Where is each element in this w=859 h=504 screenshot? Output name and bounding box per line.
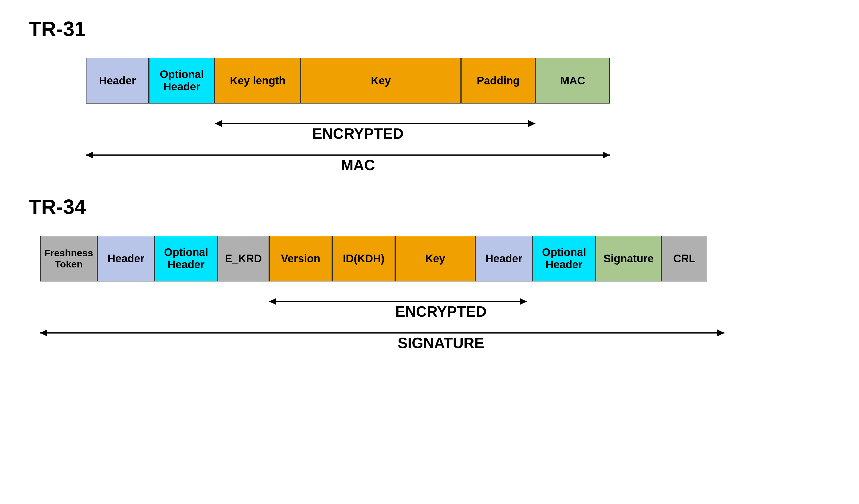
tr31-block-header: Header	[86, 58, 149, 104]
tr31-diagram: Header OptionalHeader Key length Key Pad…	[86, 58, 630, 172]
tr34-block-header2: Header	[475, 236, 532, 282]
tr31-title: TR-31	[29, 17, 830, 41]
tr34-block-optional-header: OptionalHeader	[155, 236, 217, 282]
tr31-block-mac: MAC	[536, 58, 610, 104]
tr34-block-freshness-token: FreshnessToken	[40, 236, 97, 282]
tr31-encrypted-label: ENCRYPTED	[86, 125, 630, 142]
tr31-block-key-length: Key length	[215, 58, 301, 104]
tr31-block-optional-header: OptionalHeader	[149, 58, 215, 104]
main-container: TR-31 Header OptionalHeader Key length K…	[0, 0, 859, 504]
tr34-signature-arrow-container: SIGNATURE	[40, 321, 842, 350]
tr34-blocks-row: FreshnessToken Header OptionalHeader E_K…	[40, 236, 842, 282]
tr34-signature-label: SIGNATURE	[40, 334, 842, 351]
tr31-block-padding: Padding	[461, 58, 536, 104]
tr34-title: TR-34	[29, 195, 830, 219]
tr34-block-crl: CRL	[661, 236, 707, 282]
tr34-diagram: FreshnessToken Header OptionalHeader E_K…	[40, 236, 842, 350]
tr34-block-idkdh: ID(KDH)	[332, 236, 395, 282]
tr34-block-version: Version	[269, 236, 332, 282]
tr31-blocks-row: Header OptionalHeader Key length Key Pad…	[86, 58, 630, 104]
tr31-mac-arrow-container: MAC	[86, 144, 630, 172]
tr31-block-key: Key	[301, 58, 461, 104]
tr34-encrypted-label: ENCRYPTED	[40, 303, 842, 320]
tr34-block-signature: Signature	[596, 236, 661, 282]
tr31-mac-label: MAC	[86, 156, 630, 174]
tr34-block-ekrd: E_KRD	[217, 236, 269, 282]
tr31-encrypted-arrow-container: ENCRYPTED	[86, 112, 630, 135]
tr34-encrypted-arrow-container: ENCRYPTED	[40, 290, 842, 313]
tr34-section: TR-34 FreshnessToken Header OptionalHead…	[29, 195, 830, 350]
tr31-section: TR-31 Header OptionalHeader Key length K…	[29, 17, 830, 172]
tr34-block-key: Key	[395, 236, 475, 282]
tr34-block-optional-header2: OptionalHeader	[532, 236, 596, 282]
tr34-block-header: Header	[97, 236, 155, 282]
